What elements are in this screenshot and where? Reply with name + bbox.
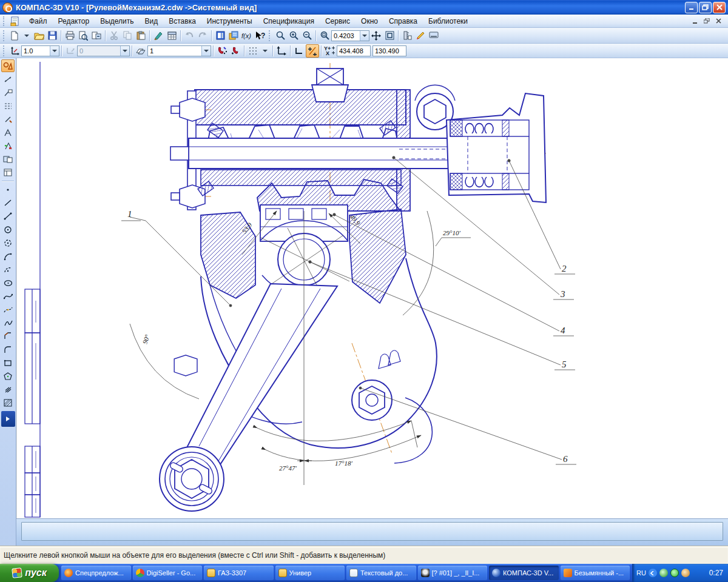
mdi-minimize-button[interactable] <box>690 17 700 25</box>
dimensions-tool-button[interactable] <box>1 73 15 85</box>
tray-app-icon-1[interactable] <box>659 569 668 577</box>
circle2-tool-button[interactable] <box>1 236 15 249</box>
tray-chevron-icon[interactable] <box>649 569 657 577</box>
spline-tool-button[interactable] <box>1 290 15 303</box>
new-document-dropdown[interactable] <box>21 29 32 42</box>
menu-tools[interactable]: Инструменты <box>201 15 258 27</box>
ellipse-tool-button[interactable] <box>1 276 15 289</box>
import-button[interactable] <box>90 29 103 42</box>
reports-tool-button[interactable] <box>1 166 15 179</box>
zoom-scale-dropdown[interactable] <box>360 31 369 41</box>
designation-tool-button[interactable] <box>1 86 15 99</box>
redo-button[interactable] <box>196 29 209 42</box>
paste-button[interactable] <box>134 29 147 42</box>
view-scale-input[interactable] <box>22 46 50 56</box>
editing-tool-button[interactable] <box>1 99 15 112</box>
grid-button[interactable] <box>246 44 260 58</box>
selection-tool-button[interactable] <box>1 139 15 152</box>
open-button[interactable] <box>32 29 46 42</box>
multiline-tool-button[interactable] <box>1 383 15 396</box>
spec-tool-button[interactable] <box>1 153 15 166</box>
zoom-scale-input[interactable] <box>332 31 360 41</box>
fillet-tool-button[interactable] <box>1 343 15 356</box>
measure-button[interactable] <box>400 29 414 42</box>
chamfer-tool-button[interactable] <box>1 330 15 343</box>
toolbar-grip3[interactable] <box>3 45 6 56</box>
property-bar-inset[interactable] <box>21 522 723 541</box>
arc-tool-button[interactable] <box>1 250 15 263</box>
display-button[interactable] <box>427 29 440 42</box>
print-button[interactable] <box>63 29 76 42</box>
curve-tool-button[interactable] <box>1 316 15 329</box>
coordinate-x-field[interactable] <box>372 45 406 56</box>
language-indicator[interactable]: RU <box>636 569 646 577</box>
local-cs-button[interactable] <box>275 44 288 58</box>
snap-magnet-icon[interactable] <box>215 44 229 58</box>
menu-file[interactable]: Файл <box>24 15 53 27</box>
grid-dropdown[interactable] <box>260 44 271 58</box>
undo-button[interactable] <box>183 29 196 42</box>
menu-grip[interactable] <box>3 16 6 26</box>
circle-tool-button[interactable] <box>1 223 15 236</box>
polygon-tool-button[interactable] <box>1 370 15 383</box>
rectangle-tool-button[interactable] <box>1 356 15 369</box>
coordinate-y-field[interactable] <box>337 45 371 56</box>
zoom-scale-combo[interactable] <box>331 30 369 41</box>
menu-help[interactable]: Справка <box>383 15 423 27</box>
layers-dropdown[interactable] <box>201 46 211 56</box>
filler-plug[interactable] <box>312 69 348 102</box>
line-tool-button[interactable] <box>1 196 15 209</box>
help-select-button[interactable]: ? <box>254 29 267 42</box>
sheet-frame[interactable] <box>25 62 40 517</box>
parameterization-tool-button[interactable] <box>1 113 15 125</box>
tray-app-icon-2[interactable] <box>681 569 690 577</box>
format-brush-button[interactable] <box>152 29 165 42</box>
new-document-button[interactable] <box>8 29 21 42</box>
spring-tube[interactable] <box>447 93 546 202</box>
mdi-close-button[interactable] <box>713 17 723 25</box>
start-button[interactable]: пуск <box>0 564 59 582</box>
cut-button[interactable] <box>107 29 121 42</box>
taskbar-item-text-document[interactable]: Текстовый до... <box>346 566 416 580</box>
toolbar-grip2[interactable] <box>269 30 272 41</box>
snap-setup-button[interactable] <box>229 44 242 58</box>
ball-joint[interactable] <box>160 447 224 511</box>
save-button[interactable] <box>46 29 59 42</box>
taskbar-item-firefox[interactable]: Спецпредлож... <box>61 566 131 580</box>
doc-number-dropdown[interactable] <box>120 46 129 56</box>
point-tool-button[interactable] <box>1 183 15 196</box>
library-manager-button[interactable] <box>227 29 240 42</box>
menu-view[interactable]: Вид <box>140 15 164 27</box>
panel-end-button[interactable] <box>1 411 15 427</box>
drawing-canvas[interactable]: 1 2 3 4 5 6 29°10' 27°47' 17°18' 90° 53,… <box>16 58 728 518</box>
fit-window-button[interactable] <box>383 29 396 42</box>
minimize-button[interactable] <box>685 2 698 13</box>
zoom-out-button[interactable] <box>300 29 314 42</box>
taskbar-item-kompas[interactable]: КОМПАС-3D V... <box>489 566 559 580</box>
arc2-tool-button[interactable] <box>1 263 15 276</box>
pan-button[interactable] <box>369 29 383 42</box>
drawing-sheet[interactable]: 1 2 3 4 5 6 29°10' 27°47' 17°18' 90° 53,… <box>17 58 728 518</box>
taskbar-item-winamp[interactable]: Безымянный -... <box>561 566 630 580</box>
bezier-tool-button[interactable] <box>1 303 15 316</box>
menu-specification[interactable]: Спецификация <box>258 15 320 27</box>
zoom-area-button[interactable] <box>318 29 331 42</box>
copy-button[interactable] <box>121 29 134 42</box>
document-manager-button[interactable] <box>214 29 227 42</box>
geometry-tool-button[interactable] <box>1 59 15 72</box>
close-button[interactable] <box>713 2 726 13</box>
layers-combo[interactable] <box>147 45 211 56</box>
menu-select[interactable]: Выделить <box>95 15 139 27</box>
zoom-in-button[interactable] <box>287 29 300 42</box>
print-preview-button[interactable] <box>76 29 90 42</box>
taskbar-item-skull-window[interactable]: [? #01] _, _Il_I... <box>418 566 488 580</box>
doc-number-combo[interactable] <box>77 45 130 56</box>
layers-input[interactable] <box>148 46 201 56</box>
menu-insert[interactable]: Вставка <box>163 15 201 27</box>
menu-libraries[interactable]: Библиотеки <box>423 15 473 27</box>
restore-button[interactable] <box>699 2 712 13</box>
hatch-tool-button[interactable] <box>1 396 15 409</box>
taskbar-item-folder-univer[interactable]: Универ <box>275 566 345 580</box>
formula-button[interactable]: f(x) <box>240 29 254 42</box>
taskbar-clock[interactable]: 0:27 <box>709 569 723 577</box>
